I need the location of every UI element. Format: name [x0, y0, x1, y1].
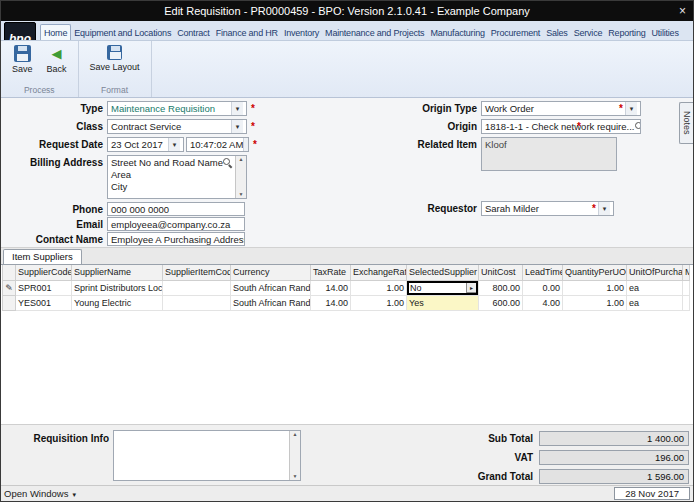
scroll-up-icon[interactable] — [293, 431, 298, 438]
close-icon[interactable] — [679, 1, 686, 21]
billing-address-field[interactable]: Street No and Road Name Area City — [107, 155, 247, 199]
email-field[interactable]: employeea@company.co.za — [107, 217, 245, 231]
chevron-down-icon[interactable] — [168, 138, 180, 151]
origin-field[interactable]: 1818-1-1 - Check network require... — [481, 119, 641, 134]
header-currency[interactable]: Currency — [231, 265, 311, 280]
header-exchange-rate[interactable]: ExchangeRate — [351, 265, 407, 280]
header-tax-rate[interactable]: TaxRate — [311, 265, 351, 280]
billing-address-scrollbar[interactable] — [235, 156, 246, 198]
scroll-down-icon[interactable] — [293, 473, 298, 480]
dropdown-button[interactable] — [466, 282, 477, 293]
ribbon-tab-contract[interactable]: Contract — [174, 25, 212, 40]
request-time-value: 10:47:02 AM — [190, 139, 243, 150]
header-selected-supplier[interactable]: SelectedSupplier — [407, 265, 479, 280]
cell-mi[interactable] — [683, 280, 690, 295]
cell-supplier-name[interactable]: Sprint Distributors Local — [72, 280, 163, 295]
chevron-down-icon[interactable] — [598, 202, 610, 215]
cell-tax-rate[interactable]: 14.00 — [311, 280, 351, 295]
chevron-down-icon[interactable] — [231, 102, 243, 115]
requisition-info-field[interactable] — [113, 430, 301, 481]
request-time-spinner[interactable]: 10:47:02 AM — [186, 137, 249, 152]
cell-quantity-per-uop[interactable]: 1.00 — [563, 280, 627, 295]
scroll-up-icon[interactable] — [239, 156, 244, 163]
table-row[interactable]: SPR001 Sprint Distributors Local South A… — [3, 280, 690, 295]
cell-lead-time[interactable]: 4.00 — [523, 295, 563, 310]
ribbon-tab-utilities[interactable]: Utilities — [649, 25, 682, 40]
cell-supplier-code[interactable]: YES001 — [16, 295, 72, 310]
cell-tax-rate[interactable]: 14.00 — [311, 295, 351, 310]
search-icon[interactable] — [222, 157, 233, 168]
cell-quantity-per-uop[interactable]: 1.00 — [563, 295, 627, 310]
cell-unit-cost[interactable]: 800.00 — [479, 280, 523, 295]
spinner-down-icon[interactable] — [244, 145, 249, 152]
contact-name-field[interactable]: Employee A Purchasing Address — [107, 232, 245, 246]
cell-supplier-item-code[interactable] — [163, 280, 231, 295]
cell-supplier-name[interactable]: Young Electric — [72, 295, 163, 310]
cell-selected-supplier[interactable]: No — [407, 280, 479, 295]
cell-unit-of-purchase[interactable]: ea — [627, 295, 683, 310]
chevron-down-icon[interactable] — [625, 102, 637, 115]
type-value: Maintenance Requisition — [111, 103, 215, 114]
save-icon — [14, 45, 31, 62]
ribbon-tab-equipment-and-locations[interactable]: Equipment and Locations — [71, 25, 174, 40]
back-button[interactable]: Back — [42, 43, 72, 76]
cell-selected-supplier[interactable]: Yes — [407, 295, 479, 310]
cell-currency[interactable]: South African Rand — [231, 280, 311, 295]
cell-mi[interactable] — [683, 295, 690, 310]
cell-supplier-code[interactable]: SPR001 — [16, 280, 72, 295]
header-unit-cost[interactable]: UnitCost — [479, 265, 523, 280]
ribbon-tab-home[interactable]: Home — [40, 24, 71, 40]
billing-address-line: Area — [111, 169, 232, 181]
contact-name-value: Employee A Purchasing Address — [111, 234, 245, 245]
requisition-info-scrollbar[interactable] — [289, 431, 300, 480]
header-mi[interactable]: Mi — [683, 265, 690, 280]
ribbon-tab-strip: bpo Home Equipment and Locations Contrac… — [1, 21, 693, 41]
cell-lead-time[interactable]: 0.00 — [523, 280, 563, 295]
scroll-down-icon[interactable] — [239, 191, 244, 198]
related-item-label: Related Item — [417, 139, 477, 150]
ribbon-tab-service[interactable]: Service — [571, 25, 606, 40]
origin-type-combobox[interactable]: Work Order * — [481, 101, 641, 116]
ribbon-tab-procurement[interactable]: Procurement — [488, 25, 543, 40]
tab-item-suppliers[interactable]: Item Suppliers — [3, 249, 82, 264]
phone-value: 000 000 0000 — [111, 204, 169, 215]
table-row[interactable]: YES001 Young Electric South African Rand… — [3, 295, 690, 310]
ribbon-tab-sales[interactable]: Sales — [543, 25, 571, 40]
cell-supplier-item-code[interactable] — [163, 295, 231, 310]
time-spinner-buttons[interactable] — [243, 138, 249, 151]
cell-exchange-rate[interactable]: 1.00 — [351, 280, 407, 295]
requestor-combobox[interactable]: Sarah Milder * — [481, 201, 614, 216]
request-date-picker[interactable]: 23 Oct 2017 — [107, 137, 184, 152]
notes-side-tab[interactable]: Notes — [679, 102, 693, 144]
cell-currency[interactable]: South African Rand — [231, 295, 311, 310]
open-windows-button[interactable]: Open Windows — [4, 488, 76, 499]
ribbon-tab-maintenance-and-projects[interactable]: Maintenance and Projects — [322, 25, 427, 40]
chevron-down-icon[interactable] — [231, 120, 243, 133]
search-icon[interactable] — [634, 121, 641, 132]
save-button[interactable]: Save — [7, 43, 38, 76]
ribbon-tab-reporting[interactable]: Reporting — [605, 25, 648, 40]
cell-unit-cost[interactable]: 600.00 — [479, 295, 523, 310]
header-supplier-item-code[interactable]: SupplierItemCode — [163, 265, 231, 280]
class-value: Contract Service — [111, 121, 181, 132]
phone-field[interactable]: 000 000 0000 — [107, 202, 245, 216]
app-logo-button[interactable]: bpo — [4, 22, 36, 41]
selected-supplier-editor[interactable]: No — [407, 281, 478, 295]
type-combobox[interactable]: Maintenance Requisition — [107, 101, 247, 116]
header-quantity-per-uop[interactable]: QuantityPerUOP — [563, 265, 627, 280]
save-layout-button[interactable]: Save Layout — [85, 43, 145, 74]
header-unit-of-purchase[interactable]: UnitOfPurchase — [627, 265, 683, 280]
cell-exchange-rate[interactable]: 1.00 — [351, 295, 407, 310]
header-supplier-name[interactable]: SupplierName — [72, 265, 163, 280]
save-layout-icon — [107, 45, 122, 60]
ribbon-tab-finance-and-hr[interactable]: Finance and HR — [213, 25, 281, 40]
cell-unit-of-purchase[interactable]: ea — [627, 280, 683, 295]
header-supplier-code[interactable]: SupplierCode — [16, 265, 72, 280]
header-lead-time[interactable]: LeadTime — [523, 265, 563, 280]
origin-type-label: Origin Type — [381, 103, 477, 114]
ribbon-tab-inventory[interactable]: Inventory — [281, 25, 322, 40]
class-combobox[interactable]: Contract Service — [107, 119, 247, 134]
ribbon-tab-manufacturing[interactable]: Manufacturing — [427, 25, 487, 40]
ribbon-group-process-label: Process — [7, 84, 72, 97]
grand-total-label: Grand Total — [431, 471, 533, 482]
